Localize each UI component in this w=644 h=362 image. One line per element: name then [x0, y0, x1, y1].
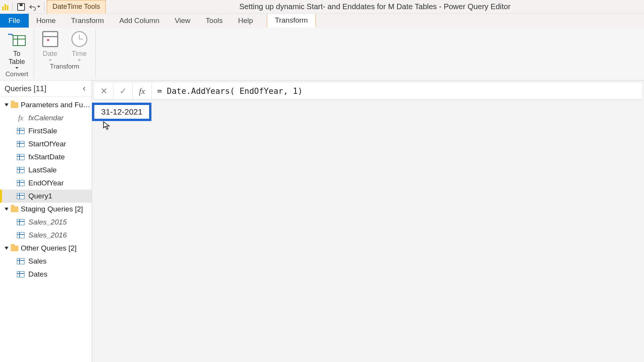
folder-icon: [11, 102, 18, 108]
table-icon: [17, 180, 25, 186]
query-item-label: FirstSale: [28, 127, 57, 135]
query-item-label: Sales_2016: [28, 231, 67, 239]
result-area: 31-12-2021: [92, 100, 644, 362]
chevron-down-icon: [37, 6, 40, 8]
queries-pane-title: Queries [11]: [5, 84, 46, 93]
context-tab-label: DateTime Tools: [47, 0, 106, 14]
app-icon: [2, 3, 10, 11]
menu-bar: File Home Transform Add Column View Tool…: [0, 14, 644, 28]
mouse-cursor-icon: [103, 121, 110, 132]
chevron-down-icon: [5, 247, 8, 250]
query-item-label: fxStartDate: [28, 153, 65, 161]
query-item[interactable]: Dates: [0, 268, 92, 281]
query-item-label: Sales_2015: [28, 218, 67, 226]
formula-bar: ✕ ✓ fx: [94, 83, 642, 100]
chevron-down-icon: [49, 59, 52, 61]
date-button[interactable]: Date: [39, 29, 61, 62]
quick-access-toolbar: [0, 0, 47, 13]
save-icon: [17, 3, 25, 11]
table-icon: [17, 271, 25, 277]
query-item[interactable]: Sales: [0, 255, 92, 268]
tab-home[interactable]: Home: [29, 14, 64, 28]
query-item[interactable]: Sales_2015: [0, 216, 92, 229]
to-table-button[interactable]: To Table: [6, 29, 28, 70]
check-icon: ✓: [120, 86, 127, 96]
query-item-label: Query1: [28, 192, 52, 200]
chevron-down-icon: [78, 59, 81, 61]
save-button[interactable]: [15, 1, 27, 13]
folder-icon: [11, 206, 18, 212]
query-item-label: Dates: [28, 270, 48, 278]
fx-icon: fx: [17, 114, 25, 122]
collapse-pane-button[interactable]: ‹: [81, 84, 87, 93]
table-icon: [13, 35, 26, 46]
fx-icon: fx: [139, 86, 145, 96]
file-tab[interactable]: File: [0, 14, 29, 28]
query-item-label: fxCalendar: [28, 114, 64, 122]
tab-context-transform[interactable]: Transform: [267, 14, 316, 28]
query-item[interactable]: StartOfYear: [0, 138, 92, 151]
ribbon-group-label: Transform: [50, 62, 79, 70]
ribbon-group-transform: Date Time Transform: [34, 28, 95, 80]
table-icon: [17, 154, 25, 160]
folder-icon: [11, 246, 18, 251]
queries-list: Parameters and Fu…fxfxCalendarFirstSaleS…: [0, 97, 92, 282]
time-button[interactable]: Time: [69, 29, 90, 62]
tab-tools[interactable]: Tools: [198, 14, 230, 28]
query-item-label: EndOfYear: [28, 179, 64, 187]
calendar-icon: [42, 31, 58, 47]
query-item[interactable]: fxfxCalendar: [0, 111, 92, 124]
queries-pane: Queries [11] ‹ Parameters and Fu…fxfxCal…: [0, 80, 92, 362]
tab-view[interactable]: View: [167, 14, 198, 28]
table-icon: [17, 141, 25, 147]
table-icon: [17, 258, 25, 264]
undo-icon: [29, 3, 36, 11]
chevron-down-icon: [5, 208, 8, 211]
query-item-label: StartOfYear: [28, 140, 66, 148]
cancel-formula-button[interactable]: ✕: [94, 83, 113, 99]
workspace: Queries [11] ‹ Parameters and Fu…fxfxCal…: [0, 80, 644, 362]
query-group-label: Other Queries [2]: [21, 244, 77, 252]
ribbon-group-convert: To Table Convert: [0, 28, 34, 80]
ribbon: To Table Convert Date Time Transform: [0, 28, 644, 80]
query-item[interactable]: Query1: [0, 190, 92, 203]
query-item[interactable]: fxStartDate: [0, 151, 92, 164]
query-group-label: Parameters and Fu…: [21, 101, 90, 109]
ribbon-group-label: Convert: [5, 70, 28, 78]
chevron-down-icon: [15, 67, 18, 69]
table-icon: [17, 232, 25, 238]
query-item[interactable]: Sales_2016: [0, 229, 92, 242]
undo-split-button[interactable]: [27, 3, 42, 11]
window-title: Setting up dynamic Start- and Enddates f…: [106, 0, 644, 13]
query-item[interactable]: LastSale: [0, 164, 92, 177]
query-item-label: LastSale: [28, 166, 57, 174]
formula-input[interactable]: [152, 83, 642, 99]
main-area: ✕ ✓ fx 31-12-2021: [92, 80, 644, 362]
table-icon: [17, 193, 25, 199]
query-group[interactable]: Staging Queries [2]: [0, 203, 92, 216]
query-item[interactable]: FirstSale: [0, 124, 92, 138]
chevron-down-icon: [5, 103, 8, 106]
title-bar: DateTime Tools Setting up dynamic Start-…: [0, 0, 644, 14]
table-icon: [17, 167, 25, 173]
query-item-label: Sales: [28, 257, 47, 265]
fx-button[interactable]: fx: [133, 83, 152, 99]
table-icon: [17, 219, 25, 225]
clock-icon: [71, 31, 87, 47]
tab-add-column[interactable]: Add Column: [112, 14, 167, 28]
query-group[interactable]: Other Queries [2]: [0, 242, 92, 255]
tab-transform[interactable]: Transform: [63, 14, 112, 28]
table-icon: [17, 128, 25, 134]
query-group[interactable]: Parameters and Fu…: [0, 98, 92, 111]
tab-help[interactable]: Help: [230, 14, 261, 28]
query-group-label: Staging Queries [2]: [21, 205, 83, 213]
commit-formula-button[interactable]: ✓: [113, 83, 133, 99]
result-value[interactable]: 31-12-2021: [92, 103, 151, 121]
query-item[interactable]: EndOfYear: [0, 177, 92, 190]
close-icon: ✕: [100, 86, 107, 96]
